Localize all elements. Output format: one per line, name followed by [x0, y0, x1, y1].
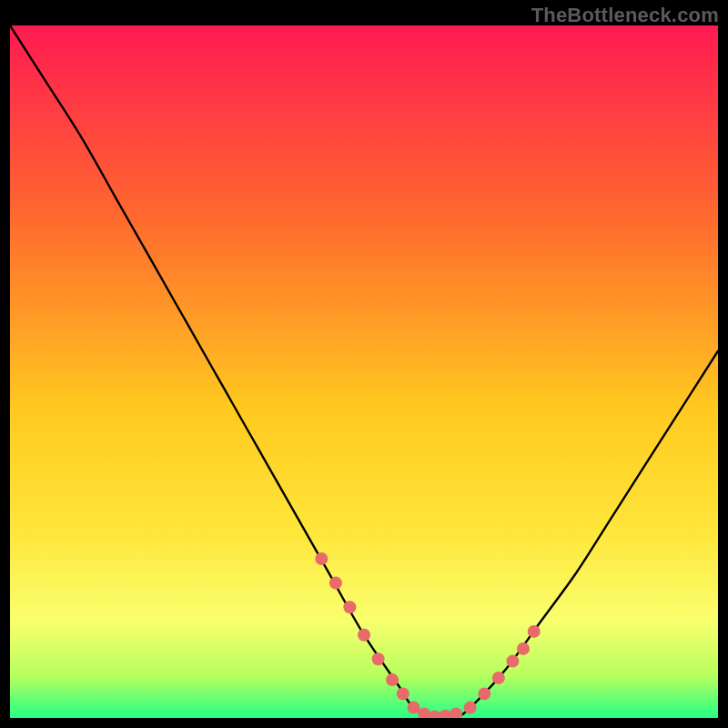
highlight-dot [343, 601, 356, 613]
highlight-dot [386, 673, 399, 686]
bottleneck-chart [10, 25, 718, 718]
highlight-dot [492, 672, 505, 684]
watermark-text: TheBottleneck.com [531, 4, 719, 27]
highlight-dot [528, 625, 541, 638]
highlight-dot [358, 629, 370, 642]
highlight-dot [329, 577, 342, 590]
plot-area [10, 25, 718, 718]
gradient-background [10, 25, 718, 718]
highlight-dot [397, 687, 410, 700]
highlight-dot [372, 652, 385, 665]
highlight-dot [517, 642, 530, 655]
highlight-dot [478, 687, 490, 700]
chart-frame: TheBottleneck.com [0, 0, 728, 728]
highlight-dot [315, 552, 328, 565]
highlight-dot [506, 655, 519, 668]
highlight-dot [464, 702, 477, 714]
